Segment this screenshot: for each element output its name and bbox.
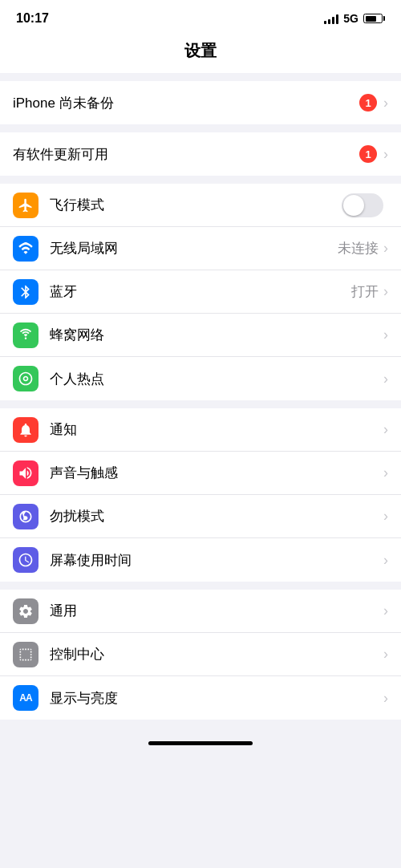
display-label: 显示与亮度 [50,689,383,708]
backup-section: iPhone 尚未备份 1 › [0,81,401,124]
dnd-item[interactable]: 勿扰模式 › [0,495,401,538]
hotspot-item[interactable]: 个人热点 › [0,357,401,400]
screentime-label: 屏幕使用时间 [50,551,383,570]
connectivity-section: 飞行模式 无线局域网 未连接 › 蓝牙 打开 › 蜂 [0,184,401,400]
sound-label: 声音与触感 [50,464,383,482]
screentime-chevron: › [383,552,388,569]
bluetooth-value: 打开 [351,282,379,301]
cellular-icon [13,322,38,348]
control-center-label: 控制中心 [50,645,383,663]
bluetooth-item[interactable]: 蓝牙 打开 › [0,270,401,314]
software-badge: 1 [359,145,377,163]
hotspot-label: 个人热点 [50,370,383,388]
network-type: 5G [343,12,358,25]
cellular-chevron: › [383,327,388,343]
home-indicator [148,741,253,745]
software-label: 有软件更新可用 [13,145,359,164]
wifi-value: 未连接 [338,239,379,258]
cellular-label: 蜂窝网络 [50,326,383,344]
general-chevron: › [383,602,388,619]
dnd-icon [13,504,38,529]
wifi-chevron: › [383,240,388,257]
status-bar: 10:17 5G [0,0,401,32]
bluetooth-chevron: › [383,283,388,300]
hotspot-chevron: › [383,371,388,387]
backup-badge: 1 [359,94,377,112]
status-right: 5G [324,12,385,25]
backup-item[interactable]: iPhone 尚未备份 1 › [0,81,401,124]
software-item[interactable]: 有软件更新可用 1 › [0,132,401,176]
airplane-icon [13,193,38,218]
general-icon [13,598,38,624]
display-item[interactable]: AA 显示与亮度 › [0,676,401,720]
backup-label: iPhone 尚未备份 [13,94,359,112]
display-chevron: › [383,690,388,707]
notifications-item[interactable]: 通知 › [0,408,401,452]
wifi-icon [13,236,38,262]
airplane-label: 飞行模式 [50,196,342,214]
backup-chevron: › [383,95,388,112]
general-item[interactable]: 通用 › [0,590,401,633]
bluetooth-label: 蓝牙 [50,282,351,301]
wifi-label: 无线局域网 [50,239,338,258]
dnd-label: 勿扰模式 [50,507,383,525]
wifi-item[interactable]: 无线局域网 未连接 › [0,227,401,270]
dnd-chevron: › [383,508,388,525]
software-chevron: › [383,146,388,163]
notifications-chevron: › [383,421,388,438]
cellular-item[interactable]: 蜂窝网络 › [0,314,401,357]
screentime-icon [13,547,38,573]
sound-chevron: › [383,464,388,481]
bluetooth-icon [13,279,38,305]
status-time: 10:17 [16,11,49,26]
software-section: 有软件更新可用 1 › [0,132,401,176]
control-center-icon [13,642,38,667]
airplane-toggle[interactable] [342,193,383,217]
general-label: 通用 [50,602,383,620]
system-section: 通知 › 声音与触感 › 勿扰模式 › 屏幕使用时间 › [0,408,401,582]
page-title: 设置 [0,32,401,73]
signal-icon [324,13,338,24]
sound-icon [13,460,38,486]
general-section: 通用 › 控制中心 › AA 显示与亮度 › [0,590,401,720]
airplane-mode-item[interactable]: 飞行模式 [0,184,401,227]
screentime-item[interactable]: 屏幕使用时间 › [0,538,401,582]
notifications-label: 通知 [50,420,383,439]
control-center-item[interactable]: 控制中心 › [0,633,401,676]
notifications-icon [13,417,38,443]
battery-icon [363,14,385,23]
control-center-chevron: › [383,646,388,663]
sound-item[interactable]: 声音与触感 › [0,452,401,495]
hotspot-icon [13,366,38,391]
display-icon: AA [13,685,38,711]
